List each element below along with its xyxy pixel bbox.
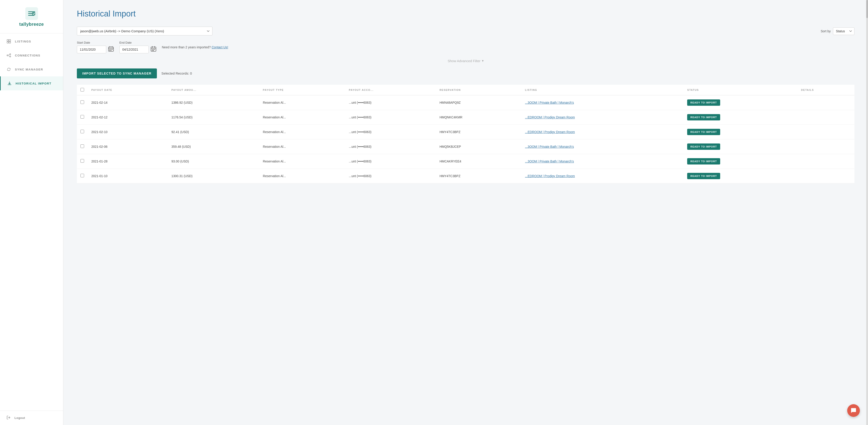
listing-link[interactable]: ...3OOM | Private Bath | Monarch's — [525, 145, 574, 149]
details-cell — [798, 95, 855, 110]
status-badge: READY TO IMPORT — [687, 129, 720, 135]
main-content: Historical Import jason@jweb.us (Airbnb)… — [63, 0, 868, 425]
end-date-calendar-button[interactable] — [151, 46, 156, 53]
grid-icon — [6, 39, 11, 44]
chat-icon — [850, 407, 857, 414]
listing-link[interactable]: ...EDROOM | Prodigy Dream Room — [525, 174, 575, 178]
filter-bar: jason@jweb.us (Airbnb) -> Demo Company (… — [77, 27, 855, 35]
status-badge: READY TO IMPORT — [687, 173, 720, 179]
sort-label: Sort by — [821, 29, 831, 33]
sidebar-item-listings[interactable]: LISTINGS — [0, 34, 63, 48]
svg-rect-3 — [9, 39, 11, 41]
start-date-input[interactable] — [77, 46, 106, 53]
payout-date-cell: 2021-01-10 — [88, 169, 168, 183]
table-body: 2021-02-14 1386.92 (USD) Reservation Al.… — [77, 95, 855, 183]
sync-icon — [6, 67, 11, 72]
end-date-label: End Date — [119, 41, 156, 44]
import-selected-button[interactable]: IMPORT SELECTED TO SYNC MANAGER — [77, 68, 157, 78]
payout-type-cell: Reservation Al... — [259, 95, 345, 110]
reservation-cell: HMY4TC3BPZ — [436, 125, 521, 139]
payout-account-cell: ...unt (•••••6063) — [345, 125, 436, 139]
listing-cell: ...EDROOM | Prodigy Dream Room — [522, 125, 684, 139]
svg-rect-28 — [152, 50, 153, 51]
details-cell — [798, 169, 855, 183]
status-cell: READY TO IMPORT — [684, 154, 798, 169]
row-checkbox-5[interactable] — [81, 174, 84, 177]
records-table: PAYOUT DATE PAYOUT AMOU... PAYOUT TYPE P… — [77, 85, 855, 184]
payout-type-cell: Reservation Al... — [259, 125, 345, 139]
payout-account-cell: ...unt (•••••6063) — [345, 169, 436, 183]
row-checkbox-cell — [77, 139, 88, 154]
payout-type-cell: Reservation Al... — [259, 154, 345, 169]
svg-rect-29 — [153, 50, 154, 51]
payout-date-cell: 2021-02-10 — [88, 125, 168, 139]
reservation-cell: HMY4TC3BPZ — [436, 169, 521, 183]
th-reservation: RESERVATION — [436, 85, 521, 95]
row-checkbox-1[interactable] — [81, 115, 84, 119]
listing-link[interactable]: ...3OOM | Private Bath | Monarch's — [525, 101, 574, 104]
advanced-filter-button[interactable]: Show Advanced Filter ▾ — [447, 59, 484, 63]
payout-amount-cell: 1300.31 (USD) — [168, 169, 259, 183]
sidebar-item-connections[interactable]: CONNECTIONS — [0, 48, 63, 62]
select-all-checkbox[interactable] — [81, 88, 84, 92]
th-payout-date: PAYOUT DATE — [88, 85, 168, 95]
end-date-input[interactable] — [119, 46, 149, 53]
th-details: DETAILS — [798, 85, 855, 95]
payout-amount-cell: 92.41 (USD) — [168, 125, 259, 139]
svg-rect-25 — [152, 49, 153, 50]
logout-item[interactable]: Logout — [0, 411, 63, 425]
import-bar: IMPORT SELECTED TO SYNC MANAGER Selected… — [77, 68, 855, 78]
svg-line-10 — [8, 56, 10, 56]
row-checkbox-cell — [77, 154, 88, 169]
row-checkbox-2[interactable] — [81, 130, 84, 133]
status-badge: READY TO IMPORT — [687, 99, 720, 106]
table-row: 2021-02-12 1176.54 (USD) Reservation Al.… — [77, 110, 855, 125]
chat-button[interactable] — [847, 404, 860, 417]
advanced-filter-label: Show Advanced Filter — [447, 59, 480, 63]
sidebar: tallybreeze LISTINGS CONNECTIONS — [0, 0, 63, 425]
svg-point-8 — [10, 56, 11, 57]
payout-date-cell: 2021-02-06 — [88, 139, 168, 154]
scrollbar-thumb[interactable] — [866, 0, 868, 18]
payout-amount-cell: 359.48 (USD) — [168, 139, 259, 154]
contact-link[interactable]: Contact Us! — [212, 45, 228, 49]
listing-link[interactable]: ...EDROOM | Prodigy Dream Room — [525, 116, 575, 119]
svg-rect-20 — [111, 50, 112, 51]
svg-rect-26 — [153, 49, 154, 50]
listing-link[interactable]: ...3OOM | Private Bath | Monarch's — [525, 160, 574, 163]
listing-cell: ...3OOM | Private Bath | Monarch's — [522, 139, 684, 154]
end-date-input-wrap — [119, 46, 156, 53]
contact-text: Need more than 2 years imported? Contact… — [162, 45, 228, 49]
svg-rect-19 — [110, 50, 110, 51]
sidebar-item-historical-import[interactable]: HISTORICAL IMPORT — [0, 76, 63, 90]
row-checkbox-0[interactable] — [81, 100, 84, 104]
svg-point-6 — [7, 55, 8, 56]
row-checkbox-cell — [77, 169, 88, 183]
status-cell: READY TO IMPORT — [684, 169, 798, 183]
sidebar-item-sync-manager-label: SYNC MANAGER — [15, 68, 43, 71]
logo-area: tallybreeze — [0, 0, 63, 32]
row-checkbox-cell — [77, 110, 88, 125]
payout-type-cell: Reservation Al... — [259, 139, 345, 154]
status-cell: READY TO IMPORT — [684, 95, 798, 110]
start-date-calendar-button[interactable] — [108, 46, 114, 53]
th-payout-type: PAYOUT TYPE — [259, 85, 345, 95]
svg-rect-2 — [7, 39, 8, 41]
svg-line-9 — [8, 55, 10, 55]
listing-cell: ...EDROOM | Prodigy Dream Room — [522, 169, 684, 183]
connection-select[interactable]: jason@jweb.us (Airbnb) -> Demo Company (… — [77, 27, 213, 35]
payout-date-cell: 2021-02-12 — [88, 110, 168, 125]
listing-link[interactable]: ...EDROOM | Prodigy Dream Room — [525, 130, 575, 134]
logout-icon — [6, 415, 11, 421]
connections-icon — [6, 53, 11, 58]
sidebar-item-sync-manager[interactable]: SYNC MANAGER — [0, 62, 63, 76]
details-cell — [798, 139, 855, 154]
row-checkbox-3[interactable] — [81, 144, 84, 148]
payout-amount-cell: 1176.54 (USD) — [168, 110, 259, 125]
reservation-cell: HMQNKC4KMR — [436, 110, 521, 125]
sort-select[interactable]: StatusDateAmount — [833, 27, 855, 35]
row-checkbox-4[interactable] — [81, 159, 84, 163]
page-title: Historical Import — [77, 9, 855, 19]
table-row: 2021-02-14 1386.92 (USD) Reservation Al.… — [77, 95, 855, 110]
reservation-cell: HMQ5KBJCEP — [436, 139, 521, 154]
